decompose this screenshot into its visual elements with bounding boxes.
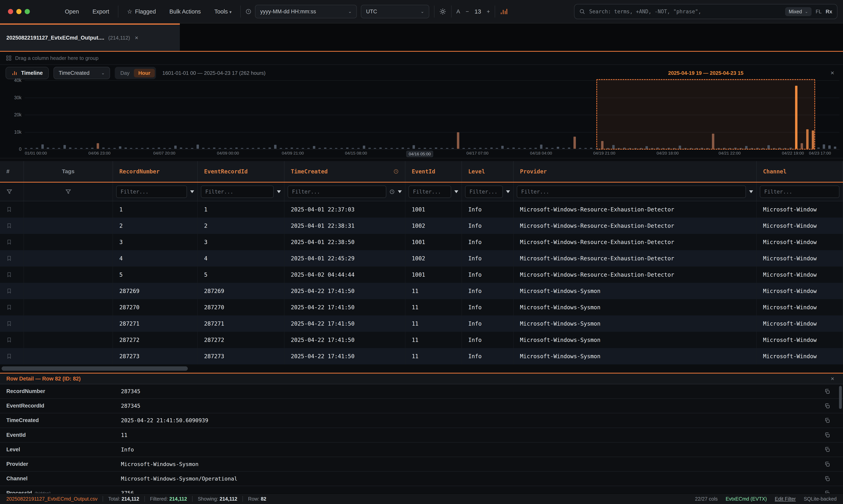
search-regex-toggle[interactable]: Rx	[826, 8, 832, 15]
copy-icon[interactable]	[824, 461, 830, 467]
histogram-bar	[230, 148, 232, 149]
filter-input-event_id[interactable]	[409, 185, 451, 198]
cell-level: Info	[462, 201, 514, 218]
search-fl-toggle[interactable]: FL	[815, 8, 822, 15]
histogram-bar	[562, 148, 565, 149]
table-row[interactable]: 2872702872702025-04-22 17:41:5011InfoMic…	[0, 299, 843, 316]
copy-icon[interactable]	[824, 432, 830, 438]
bookmark-icon[interactable]	[6, 353, 12, 359]
bookmark-icon[interactable]	[6, 239, 12, 245]
table-row[interactable]: 2872732872732025-04-22 17:41:5011InfoMic…	[0, 348, 843, 364]
filter-input-time_created[interactable]	[288, 185, 386, 198]
tools-menu-button[interactable]: Tools▾	[211, 6, 236, 17]
copy-icon[interactable]	[824, 389, 830, 394]
histogram-bar	[285, 148, 288, 149]
table-header: #TagsRecordNumberEventRecordIdTimeCreate…	[0, 161, 843, 183]
histogram-bar	[451, 148, 454, 149]
filter-dropdown-icon[interactable]	[454, 190, 458, 193]
font-size-increase-button[interactable]: +	[487, 8, 490, 15]
flagged-button[interactable]: ☆Flagged	[123, 6, 160, 17]
column-header-record_number[interactable]: RecordNumber	[113, 161, 198, 182]
table-row[interactable]: 2872722872722025-04-22 17:41:5011InfoMic…	[0, 332, 843, 348]
edit-filter-link[interactable]: Edit Filter	[775, 496, 796, 502]
cell-event_id: 11	[406, 332, 462, 348]
font-size-decrease-button[interactable]: −	[466, 8, 469, 15]
copy-icon[interactable]	[824, 417, 830, 424]
filter-input-record_number[interactable]	[116, 185, 187, 198]
table-row[interactable]: 332025-04-01 22:38:501001InfoMicrosoft-W…	[0, 234, 843, 250]
brightness-icon[interactable]	[439, 8, 446, 15]
filter-dropdown-icon[interactable]	[190, 190, 194, 193]
chevron-down-icon: ⌄	[805, 9, 808, 14]
row-detail-close-icon[interactable]: ×	[831, 375, 834, 382]
cell-time_created: 2025-04-02 04:44:44	[284, 267, 406, 283]
histogram-bar	[723, 148, 725, 149]
filter-input-provider[interactable]	[517, 185, 746, 198]
column-header-tags[interactable]: Tags	[24, 161, 113, 182]
timeline-selection-region[interactable]	[596, 79, 815, 149]
tab-close-icon[interactable]: ×	[135, 34, 139, 41]
filter-input-level[interactable]	[465, 185, 503, 198]
table-row[interactable]: 222025-04-01 22:38:311002InfoMicrosoft-W…	[0, 218, 843, 234]
bookmark-icon[interactable]	[6, 288, 12, 294]
columns-count: 22/27 cols	[695, 496, 718, 502]
copy-icon[interactable]	[824, 447, 830, 452]
table-row[interactable]: 442025-04-01 22:45:291002InfoMicrosoft-W…	[0, 250, 843, 267]
close-window-icon[interactable]	[8, 9, 13, 14]
cell-provider: Microsoft-Windows-Sysmon	[514, 348, 757, 364]
x-axis-tick-label: 04/22 19:00	[782, 151, 804, 156]
column-header-event_record_id[interactable]: EventRecordId	[198, 161, 284, 182]
bucket-day-button[interactable]: Day	[116, 69, 134, 77]
bookmark-icon[interactable]	[6, 320, 12, 327]
cell-level: Info	[462, 218, 514, 234]
copy-icon[interactable]	[824, 476, 830, 482]
histogram-bar	[806, 129, 809, 149]
open-button[interactable]: Open	[61, 6, 83, 17]
histogram-bar	[667, 148, 670, 149]
bookmark-icon[interactable]	[6, 222, 12, 229]
filter-dropdown-icon[interactable]	[277, 190, 281, 193]
filter-input-event_record_id[interactable]	[201, 185, 274, 198]
filter-input-channel[interactable]	[760, 185, 839, 198]
bookmark-icon[interactable]	[6, 337, 12, 343]
funnel-icon[interactable]	[65, 189, 71, 195]
maximize-window-icon[interactable]	[25, 9, 30, 14]
table-row[interactable]: 112025-04-01 22:37:031001InfoMicrosoft-W…	[0, 201, 843, 218]
table-row[interactable]: 552025-04-02 04:44:441001InfoMicrosoft-W…	[0, 267, 843, 283]
funnel-icon[interactable]	[6, 189, 12, 195]
timeline-toggle-icon[interactable]	[500, 7, 508, 16]
timeline-panel: Timeline TimeCreated⌄ Day Hour 1601-01-0…	[0, 65, 843, 158]
datetime-format-select[interactable]: yyyy-MM-dd HH:mm:ss⌄	[255, 5, 357, 18]
bulk-actions-button[interactable]: Bulk Actions	[165, 6, 205, 17]
histogram-bar	[513, 148, 515, 149]
search-input[interactable]	[589, 8, 781, 15]
tab-evtxecmd-output[interactable]: 20250822191127_EvtxECmd_Output.... (214,…	[0, 23, 180, 51]
export-button[interactable]: Export	[89, 6, 113, 17]
bookmark-icon[interactable]	[6, 271, 12, 278]
bookmark-icon[interactable]	[6, 206, 12, 213]
bucket-hour-button[interactable]: Hour	[134, 69, 155, 77]
timeline-close-icon[interactable]: ×	[830, 69, 834, 76]
timeline-field-select[interactable]: TimeCreated⌄	[54, 67, 110, 79]
table-row[interactable]: 2872712872712025-04-22 17:41:5011InfoMic…	[0, 316, 843, 332]
minimize-window-icon[interactable]	[16, 9, 21, 14]
column-header-time_created[interactable]: TimeCreated	[284, 161, 406, 182]
filter-dropdown-icon[interactable]	[749, 190, 753, 193]
column-header-channel[interactable]: Channel	[757, 161, 843, 182]
copy-icon[interactable]	[824, 403, 830, 409]
copy-icon[interactable]	[824, 490, 830, 493]
column-header-level[interactable]: Level	[462, 161, 514, 182]
vertical-scrollbar-thumb[interactable]	[839, 386, 842, 409]
horizontal-scrollbar-thumb[interactable]	[2, 366, 188, 371]
search-mode-select[interactable]: Mixed⌄	[785, 7, 811, 16]
filter-dropdown-icon[interactable]	[398, 190, 402, 193]
table-row[interactable]: 2872692872692025-04-22 17:41:5011InfoMic…	[0, 283, 843, 299]
column-header-idx[interactable]: #	[0, 161, 24, 182]
timezone-select[interactable]: UTC⌄	[361, 5, 429, 18]
bookmark-icon[interactable]	[6, 255, 12, 262]
group-drop-zone[interactable]: Drag a column header here to group	[0, 52, 843, 65]
filter-dropdown-icon[interactable]	[506, 190, 510, 193]
bookmark-icon[interactable]	[6, 304, 12, 310]
column-header-provider[interactable]: Provider	[514, 161, 757, 182]
column-header-event_id[interactable]: EventId	[406, 161, 462, 182]
